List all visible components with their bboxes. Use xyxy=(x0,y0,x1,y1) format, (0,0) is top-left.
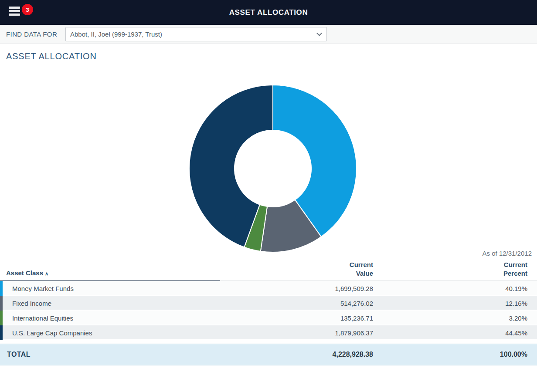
current-percent: 40.19% xyxy=(373,285,537,292)
hamburger-menu-icon[interactable]: 3 xyxy=(9,7,22,19)
find-data-label: FIND DATA FOR xyxy=(6,30,57,38)
asset-class-name: U.S. Large Cap Companies xyxy=(3,329,270,337)
table-row: Fixed Income514,276.0212.16% xyxy=(0,296,537,311)
asset-class-name: International Equities xyxy=(3,314,270,322)
total-current-percent: 100.00% xyxy=(373,351,537,358)
account-select-value: Abbot, II, Joel (999-1937, Trust) xyxy=(70,30,162,38)
app-header: 3 ASSET ALLOCATION xyxy=(0,0,537,25)
asset-class-name: Money Market Funds xyxy=(3,285,270,292)
asset-class-name: Fixed Income xyxy=(3,300,270,307)
asset-class-header-label: Asset Class xyxy=(6,269,43,277)
app-title: ASSET ALLOCATION xyxy=(229,8,308,17)
total-label: TOTAL xyxy=(0,351,270,358)
hamburger-bar xyxy=(9,14,20,16)
asset-class-table-body: Money Market Funds1,699,509.2840.19%Fixe… xyxy=(0,281,537,340)
column-header-current-percent[interactable]: Current Percent xyxy=(373,260,537,278)
page-title: ASSET ALLOCATION xyxy=(6,51,537,61)
account-select[interactable]: Abbot, II, Joel (999-1937, Trust) xyxy=(65,27,327,41)
chevron-down-icon xyxy=(316,30,322,36)
total-current-value: 4,228,928.38 xyxy=(270,351,373,358)
current-value: 1,699,509.28 xyxy=(270,285,373,292)
total-row: TOTAL 4,228,928.38 100.00% xyxy=(0,344,537,365)
asset-allocation-donut-chart[interactable] xyxy=(187,83,358,254)
column-header-current-value[interactable]: Current Value xyxy=(270,260,373,278)
table-row: Money Market Funds1,699,509.2840.19% xyxy=(0,281,537,296)
current-percent: 44.45% xyxy=(373,329,537,337)
column-header-asset-class[interactable]: Asset Class∧ xyxy=(0,269,270,278)
table-row: International Equities135,236.713.20% xyxy=(0,311,537,325)
donut-chart-svg[interactable] xyxy=(187,83,358,254)
current-value: 135,236.71 xyxy=(270,314,373,322)
hamburger-bar xyxy=(9,7,20,9)
current-percent: 3.20% xyxy=(373,314,537,322)
sort-ascending-icon: ∧ xyxy=(45,271,48,276)
notification-badge: 3 xyxy=(22,4,33,15)
current-value: 514,276.02 xyxy=(270,300,373,307)
table-header-row: Asset Class∧ Current Value Current Perce… xyxy=(0,260,537,281)
current-percent: 12.16% xyxy=(373,300,537,307)
table-row: U.S. Large Cap Companies1,879,906.3744.4… xyxy=(0,325,537,340)
hamburger-bar xyxy=(9,10,20,12)
current-value: 1,879,906.37 xyxy=(270,329,373,337)
